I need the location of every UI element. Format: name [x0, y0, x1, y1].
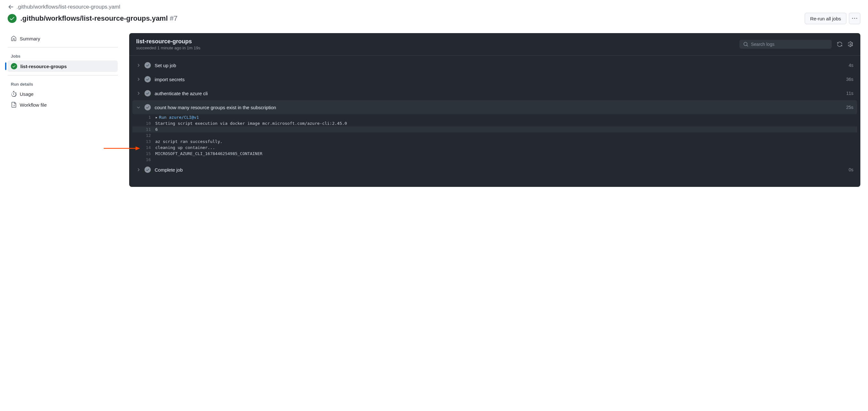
- status-success-icon: [8, 14, 17, 23]
- rerun-all-jobs-button[interactable]: Re-run all jobs: [805, 13, 846, 24]
- step-name: Set up job: [155, 63, 845, 68]
- step-row[interactable]: Set up job4s: [129, 58, 860, 72]
- log-line[interactable]: 1▸Run azure/CLI@v1: [132, 114, 857, 120]
- sidebar-item-usage[interactable]: Usage: [8, 88, 118, 99]
- search-logs-input-wrap[interactable]: [740, 40, 832, 49]
- sidebar: Summary Jobs list-resource-groups Run de…: [4, 33, 122, 187]
- sidebar-item-label: Usage: [20, 91, 33, 97]
- log-block: 1▸Run azure/CLI@v110Starting script exec…: [132, 114, 857, 163]
- line-number: 1: [144, 115, 155, 120]
- job-panel: list-resource-groups succeeded 1 minute …: [129, 33, 860, 187]
- step-list: Set up job4simport secrets36sauthenticat…: [129, 56, 860, 187]
- line-number: 14: [144, 145, 155, 150]
- log-line[interactable]: 16: [132, 157, 857, 163]
- sidebar-item-label: list-resource-groups: [20, 64, 67, 69]
- status-success-icon: [145, 62, 151, 68]
- log-line[interactable]: 116: [132, 126, 857, 133]
- step-duration: 0s: [848, 167, 854, 172]
- line-number: 11: [144, 127, 155, 132]
- status-success-icon: [11, 63, 17, 69]
- step-duration: 4s: [848, 63, 854, 68]
- line-number: 12: [144, 133, 155, 138]
- workflow-name: .github/workflows/list-resource-groups.y…: [20, 14, 168, 22]
- sidebar-item-summary[interactable]: Summary: [8, 33, 118, 44]
- log-line[interactable]: 14cleaning up container...: [132, 145, 857, 151]
- sync-icon[interactable]: [837, 41, 842, 47]
- kebab-icon: [852, 16, 857, 21]
- chevron-right-icon: [136, 168, 141, 172]
- sidebar-section-run-details: Run details: [8, 79, 118, 88]
- job-title: list-resource-groups: [136, 38, 740, 45]
- chevron-right-icon: [136, 91, 141, 95]
- chevron-right-icon: [136, 63, 141, 67]
- sidebar-item-label: Summary: [20, 36, 40, 41]
- job-header: list-resource-groups succeeded 1 minute …: [129, 33, 860, 56]
- gear-icon[interactable]: [848, 41, 854, 47]
- chevron-right-icon: [136, 77, 141, 82]
- chevron-down-icon: [136, 105, 141, 110]
- step-row[interactable]: authenticate the azure cli11s: [129, 86, 860, 100]
- line-content: az script ran successfully.: [155, 139, 857, 144]
- line-content: [155, 133, 857, 138]
- main-content: list-resource-groups succeeded 1 minute …: [129, 33, 868, 187]
- file-symlink-icon: [11, 102, 17, 108]
- step-duration: 36s: [846, 77, 854, 82]
- log-line[interactable]: 13az script ran successfully.: [132, 139, 857, 145]
- search-logs-input[interactable]: [751, 42, 828, 47]
- kebab-menu-button[interactable]: [849, 13, 860, 24]
- status-success-icon: [145, 76, 151, 83]
- breadcrumb-row: .github/workflows/list-resource-groups.y…: [0, 4, 868, 10]
- step-name: count how many resource groups exist in …: [155, 105, 842, 110]
- job-subtitle: succeeded 1 minute ago in 1m 19s: [136, 46, 740, 50]
- title-row: .github/workflows/list-resource-groups.y…: [0, 13, 868, 24]
- back-arrow-icon[interactable]: [8, 4, 14, 10]
- line-content: cleaning up container...: [155, 145, 857, 150]
- status-success-icon: [145, 90, 151, 96]
- page-title: .github/workflows/list-resource-groups.y…: [20, 14, 178, 23]
- step-name: Complete job: [155, 167, 845, 173]
- stopwatch-icon: [11, 91, 17, 97]
- status-success-icon: [145, 104, 151, 111]
- step-row[interactable]: Complete job0s: [129, 163, 860, 177]
- line-content: 6: [155, 127, 857, 132]
- log-line[interactable]: 12: [132, 133, 857, 139]
- log-line[interactable]: 15MICROSOFT_AZURE_CLI_1678446254985_CONT…: [132, 151, 857, 157]
- line-number: 10: [144, 121, 155, 126]
- status-success-icon: [145, 167, 151, 173]
- step-row[interactable]: import secrets36s: [129, 72, 860, 86]
- sidebar-item-workflow-file[interactable]: Workflow file: [8, 99, 118, 110]
- breadcrumb-text[interactable]: .github/workflows/list-resource-groups.y…: [17, 4, 120, 10]
- sidebar-item-job[interactable]: list-resource-groups: [8, 60, 118, 72]
- run-number: #7: [169, 14, 177, 22]
- step-duration: 25s: [846, 105, 854, 110]
- step-duration: 11s: [846, 91, 854, 96]
- line-content: ▸Run azure/CLI@v1: [155, 115, 857, 120]
- line-number: 16: [144, 157, 155, 162]
- sidebar-section-jobs: Jobs: [8, 51, 118, 60]
- divider: [8, 47, 118, 48]
- step-name: import secrets: [155, 77, 842, 82]
- step-row[interactable]: count how many resource groups exist in …: [132, 100, 857, 114]
- line-content: [155, 157, 857, 162]
- line-content: MICROSOFT_AZURE_CLI_1678446254985_CONTAI…: [155, 151, 857, 156]
- line-content: Starting script execution via docker ima…: [155, 121, 857, 126]
- search-icon: [743, 42, 748, 47]
- sidebar-item-label: Workflow file: [20, 102, 47, 108]
- line-number: 15: [144, 151, 155, 156]
- home-icon: [11, 36, 17, 41]
- divider: [8, 75, 118, 76]
- log-line[interactable]: 10Starting script execution via docker i…: [132, 120, 857, 126]
- line-number: 13: [144, 139, 155, 144]
- step-name: authenticate the azure cli: [155, 91, 842, 96]
